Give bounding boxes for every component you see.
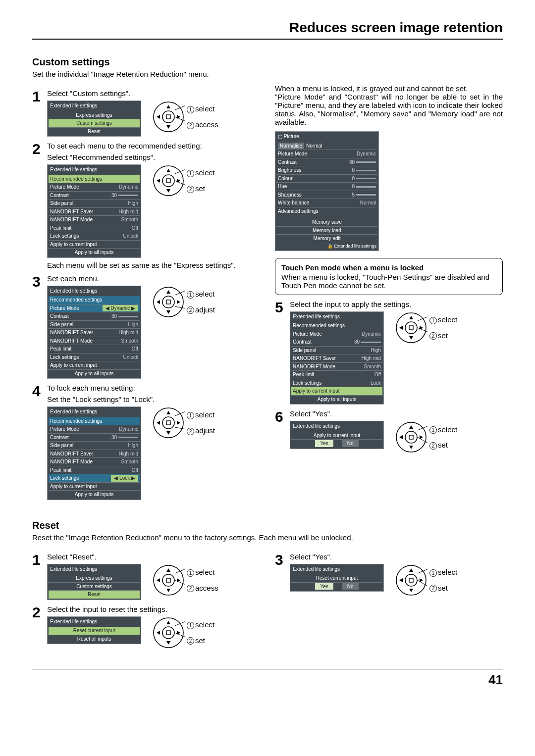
svg-line-43 (418, 316, 428, 321)
svg-rect-47 (409, 435, 413, 439)
svg-marker-33 (177, 421, 180, 425)
svg-marker-41 (399, 326, 403, 330)
step-number: 4 (32, 384, 43, 399)
step-number: 1 (32, 553, 43, 567)
svg-point-64 (162, 627, 174, 639)
svg-point-28 (162, 417, 174, 429)
svg-rect-74 (409, 578, 413, 582)
svg-marker-76 (409, 589, 413, 592)
osd-reset-2: Extended life settings Reset current inp… (47, 616, 141, 645)
svg-marker-30 (166, 411, 170, 414)
svg-line-52 (418, 426, 428, 430)
step-number: 2 (32, 142, 43, 156)
osd-ext-life-2: Extended life settings Recommended setti… (47, 164, 141, 258)
osd-ext-life-3: Extended life settings Recommended setti… (47, 286, 141, 379)
step-text: Select "Custom settings". (47, 89, 260, 98)
page-number: 41 (32, 672, 503, 688)
step-text: Select "Recommended settings". (47, 153, 260, 161)
svg-marker-49 (409, 446, 413, 449)
svg-line-79 (418, 569, 428, 573)
step-number: 3 (32, 274, 43, 289)
svg-marker-39 (409, 316, 413, 319)
osd-ext-life-6: Extended life settings Apply to current … (290, 421, 384, 449)
step-text: Select "Yes". (290, 409, 503, 418)
remote-step6: 1select 2set (395, 421, 457, 454)
remote-step1: 1select 2access (152, 101, 218, 133)
step-number: 5 (275, 300, 286, 315)
step2-note: Each menu will be set as same as the "Ex… (47, 261, 260, 269)
step-text: Select the input to reset the settings. (47, 605, 260, 613)
remote-step3: 1select 2adjust (152, 286, 215, 318)
svg-point-37 (405, 322, 417, 334)
remote-step2: 1select 2set (152, 164, 214, 197)
step-text: Set each menu. (47, 274, 260, 283)
rule-bottom (32, 669, 503, 669)
svg-marker-59 (157, 578, 160, 582)
svg-marker-77 (399, 578, 403, 582)
svg-marker-31 (166, 431, 170, 435)
step-text: Select "Reset". (47, 553, 260, 561)
step-text: Set the "Lock settings" to "Lock". (47, 395, 260, 403)
svg-line-25 (175, 291, 185, 295)
svg-line-70 (175, 621, 185, 626)
remote-reset2: 1select 2set (152, 616, 214, 649)
svg-line-35 (175, 427, 185, 429)
step-number: 2 (32, 605, 43, 620)
custom-lead: Set the individual "Image Retention Redu… (32, 70, 503, 78)
svg-marker-3 (166, 105, 170, 108)
svg-marker-58 (166, 589, 170, 592)
svg-point-19 (162, 296, 174, 308)
reset-heading: Reset (32, 520, 503, 531)
step-number: 1 (32, 89, 43, 104)
svg-marker-22 (166, 310, 170, 314)
touchpen-box: Touch Pen mode when a menu is locked Whe… (275, 258, 503, 295)
svg-rect-38 (409, 326, 413, 330)
osd-ext-life-5: Extended life settings Recommended setti… (290, 311, 384, 405)
svg-marker-4 (166, 125, 170, 129)
remote-step5: 1select 2set (395, 311, 457, 344)
remote-reset1: 1select 2access (152, 564, 218, 597)
osd-ext-life-1: Extended life settings Express settings … (47, 101, 141, 137)
svg-marker-12 (166, 169, 170, 172)
step-number: 6 (275, 409, 286, 424)
svg-point-73 (405, 574, 417, 586)
svg-point-10 (162, 175, 174, 187)
svg-marker-21 (166, 290, 170, 294)
osd-ext-life-4: Extended life settings Recommended setti… (47, 406, 141, 500)
page-title: Reduces screen image retention (32, 20, 503, 36)
svg-line-34 (175, 411, 185, 416)
svg-line-7 (175, 105, 185, 110)
svg-rect-20 (166, 300, 170, 304)
step-number: 3 (275, 553, 286, 567)
rule-top (32, 39, 503, 40)
svg-marker-66 (166, 621, 170, 624)
svg-line-61 (175, 569, 185, 573)
svg-marker-14 (157, 179, 160, 183)
svg-line-26 (175, 306, 185, 308)
osd-reset-3: Extended life settings Reset current inp… (290, 564, 384, 592)
step-text: To set each menu to the recommended sett… (47, 142, 260, 150)
step-text: Select "Yes". (290, 553, 503, 561)
svg-marker-13 (166, 189, 170, 193)
svg-marker-23 (157, 300, 160, 304)
step-text: Select the input to apply the settings. (290, 300, 503, 308)
svg-line-16 (175, 169, 185, 174)
svg-point-1 (162, 111, 174, 123)
reset-lead: Reset the "Image Retention Reduction" me… (32, 533, 503, 542)
svg-marker-75 (409, 568, 413, 572)
custom-heading: Custom settings (32, 56, 503, 68)
svg-marker-24 (177, 300, 180, 304)
svg-marker-50 (399, 435, 403, 439)
svg-rect-11 (166, 179, 170, 183)
svg-marker-48 (409, 425, 413, 429)
svg-marker-68 (157, 631, 160, 635)
svg-marker-67 (166, 641, 170, 645)
svg-rect-65 (166, 631, 170, 635)
svg-point-46 (405, 431, 417, 443)
svg-rect-2 (166, 115, 170, 119)
lock-note: When a menu is locked, it is grayed out … (275, 84, 503, 126)
svg-point-55 (162, 574, 174, 586)
svg-rect-29 (166, 421, 170, 425)
svg-marker-40 (409, 336, 413, 340)
osd-picture: ▢ Picture NormaliseNormal Picture ModeDy… (275, 131, 379, 251)
